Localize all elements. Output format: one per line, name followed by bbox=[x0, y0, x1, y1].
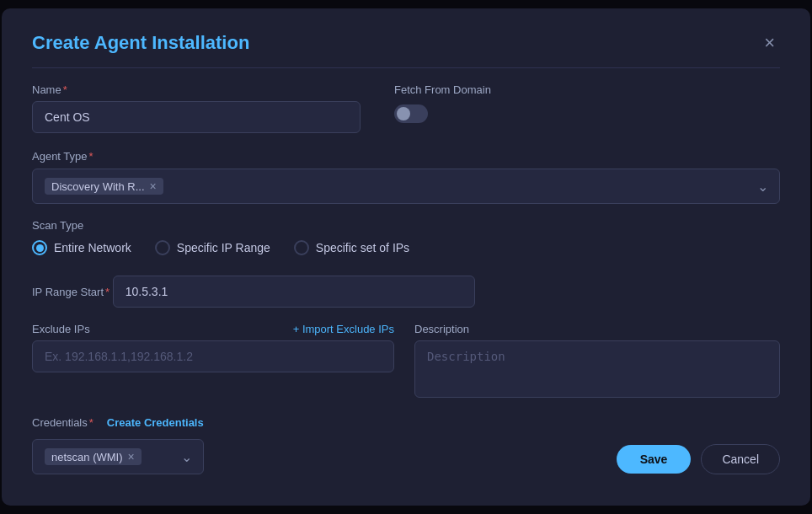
radio-range-circle bbox=[155, 240, 170, 255]
radio-entire-circle bbox=[32, 240, 47, 255]
name-label: Name* bbox=[32, 83, 361, 96]
modal-title: Create Agent Installation bbox=[32, 32, 249, 54]
scan-type-section: Scan Type Entire Network Specific IP Ran… bbox=[32, 219, 780, 255]
name-domain-row: Name* Fetch From Domain bbox=[32, 83, 780, 133]
description-group: Description bbox=[414, 323, 780, 401]
toggle-slider bbox=[394, 104, 428, 123]
cancel-button[interactable]: Cancel bbox=[701, 444, 780, 474]
radio-set-circle bbox=[294, 240, 309, 255]
credentials-select-wrapper: netscan (WMI) × ⌄ bbox=[32, 439, 204, 474]
modal-header: Create Agent Installation × bbox=[32, 32, 780, 68]
exclude-header: Exclude IPs + Import Exclude IPs bbox=[32, 323, 394, 335]
agent-type-label: Agent Type* bbox=[32, 150, 93, 163]
agent-type-value: Discovery With R... bbox=[51, 180, 145, 193]
radio-entire-label: Entire Network bbox=[54, 241, 131, 254]
exclude-group: Exclude IPs + Import Exclude IPs bbox=[32, 323, 394, 401]
radio-set-label: Specific set of IPs bbox=[316, 241, 409, 254]
ip-range-input[interactable] bbox=[113, 276, 475, 308]
fetch-domain-toggle[interactable] bbox=[394, 104, 428, 123]
credentials-label: Credentials* bbox=[32, 416, 93, 429]
scan-type-label: Scan Type bbox=[32, 219, 780, 232]
credentials-header: Credentials* Create Credentials bbox=[32, 416, 204, 429]
credentials-tag-close[interactable]: × bbox=[128, 450, 135, 463]
credentials-section: Credentials* Create Credentials netscan … bbox=[32, 416, 204, 474]
create-credentials-button[interactable]: Create Credentials bbox=[107, 416, 204, 429]
radio-specific-set[interactable]: Specific set of IPs bbox=[294, 240, 409, 255]
agent-type-tag: Discovery With R... × bbox=[45, 178, 163, 195]
agent-type-section: Agent Type* Discovery With R... × ⌄ bbox=[32, 148, 780, 204]
name-input[interactable] bbox=[32, 101, 361, 133]
agent-type-select-wrapper: Discovery With R... × ⌄ bbox=[32, 169, 780, 204]
credentials-value: netscan (WMI) bbox=[51, 451, 123, 463]
ip-range-section: IP Range Start* bbox=[32, 270, 780, 308]
import-exclude-button[interactable]: + Import Exclude IPs bbox=[293, 323, 394, 335]
modal-overlay: Create Agent Installation × Name* Fetch … bbox=[0, 0, 812, 514]
radio-range-label: Specific IP Range bbox=[177, 241, 270, 254]
footer-row: Credentials* Create Credentials netscan … bbox=[32, 416, 780, 474]
agent-type-select[interactable]: Discovery With R... × bbox=[32, 169, 780, 204]
toggle-container bbox=[394, 104, 780, 123]
ip-range-label: IP Range Start* bbox=[32, 286, 113, 298]
exclude-description-row: Exclude IPs + Import Exclude IPs Descrip… bbox=[32, 323, 780, 401]
close-button[interactable]: × bbox=[759, 32, 780, 54]
action-buttons: Save Cancel bbox=[617, 444, 780, 474]
fetch-domain-label: Fetch From Domain bbox=[394, 83, 780, 96]
agent-type-tag-close[interactable]: × bbox=[150, 179, 157, 193]
modal-container: Create Agent Installation × Name* Fetch … bbox=[2, 8, 810, 506]
credentials-tag: netscan (WMI) × bbox=[45, 448, 142, 465]
domain-group: Fetch From Domain bbox=[394, 83, 780, 133]
exclude-ips-input[interactable] bbox=[32, 340, 394, 372]
radio-entire-network[interactable]: Entire Network bbox=[32, 240, 131, 255]
exclude-ips-label: Exclude IPs bbox=[32, 323, 90, 335]
credentials-select[interactable]: netscan (WMI) × bbox=[32, 439, 204, 474]
description-label: Description bbox=[414, 323, 780, 335]
scan-type-radio-group: Entire Network Specific IP Range Specifi… bbox=[32, 240, 780, 255]
exclude-input-wrapper bbox=[32, 340, 394, 372]
name-group: Name* bbox=[32, 83, 361, 133]
description-textarea[interactable] bbox=[414, 340, 780, 398]
radio-specific-range[interactable]: Specific IP Range bbox=[155, 240, 270, 255]
save-button[interactable]: Save bbox=[617, 445, 692, 474]
